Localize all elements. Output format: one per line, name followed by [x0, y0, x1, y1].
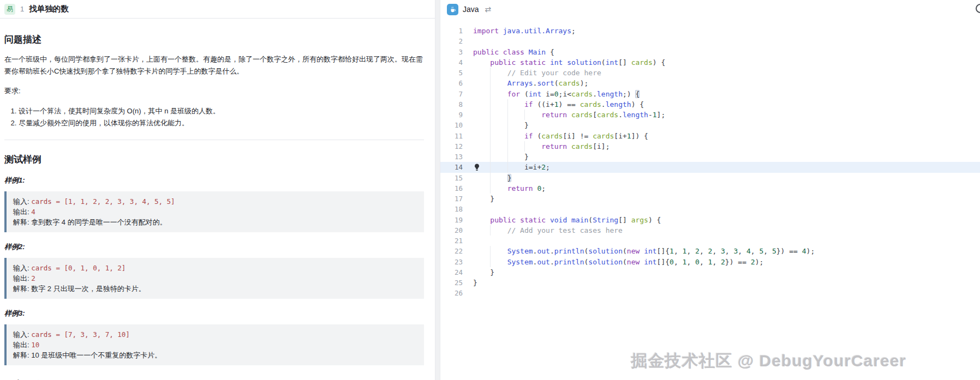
code-token: }	[473, 153, 529, 161]
code-token: 2	[695, 247, 700, 255]
code-token: ,	[712, 258, 721, 266]
code-token: .	[550, 258, 554, 266]
code-line[interactable]: 24 }	[440, 267, 980, 278]
code-token: length	[597, 90, 623, 98]
code-text[interactable]: // Add your test cases here	[463, 225, 623, 236]
code-line[interactable]: 17 }	[440, 194, 980, 204]
output-code: 4	[31, 208, 35, 216]
code-text[interactable]: // Edit your code here	[463, 68, 601, 78]
code-line[interactable]: 6 Arrays.sort(cards);	[440, 78, 980, 88]
indent-guide	[507, 120, 508, 130]
code-token: ,	[674, 258, 683, 266]
code-line[interactable]: 22 System.out.println(solution(new int[]…	[440, 246, 980, 256]
code-line[interactable]: 9 return cards[cards.length-1];	[440, 110, 980, 120]
code-line[interactable]: 23 System.out.println(solution(new int[]…	[440, 257, 980, 267]
code-token: solution	[588, 247, 623, 255]
code-line[interactable]: 7 for (int i=0;i<cards.length;) {	[440, 89, 980, 99]
code-line[interactable]: 12 return cards[i];	[440, 141, 980, 152]
indent-guide	[490, 141, 491, 152]
code-text[interactable]: import java.util.Arrays;	[463, 26, 576, 36]
code-line[interactable]: 15 }	[440, 173, 980, 183]
code-text[interactable]: Arrays.sort(cards);	[463, 78, 588, 88]
code-text[interactable]: return cards[cards.length-1];	[463, 110, 665, 120]
code-text[interactable]: for (int i=0;i<cards.length;) {	[463, 89, 640, 99]
code-text[interactable]: System.out.println(solution(new int[]{1,…	[463, 246, 815, 256]
code-text[interactable]: }	[463, 120, 529, 130]
code-token: println	[554, 258, 584, 266]
problem-content: 问题描述 在一个班级中，每位同学都拿到了一张卡片，上面有一个整数。有趣的是，除了…	[0, 19, 435, 380]
indent-guide	[524, 141, 525, 152]
code-token: cards	[571, 90, 593, 98]
code-line[interactable]: 14 i=i+2;	[440, 162, 980, 172]
code-text[interactable]: public class Main {	[463, 47, 554, 57]
code-token: .	[618, 111, 623, 119]
code-token: ;i<	[559, 90, 571, 98]
line-number: 8	[440, 99, 463, 110]
code-token: cards	[631, 58, 653, 67]
code-text[interactable]: public static int solution(int[] cards) …	[463, 57, 665, 68]
code-token: 0	[695, 258, 700, 266]
problem-index: 1	[20, 5, 24, 13]
code-text[interactable]: public static void main(String[] args) {	[463, 215, 661, 225]
line-number: 6	[440, 78, 463, 88]
code-token	[567, 111, 571, 119]
code-line[interactable]: 10 }	[440, 120, 980, 130]
code-lines-container[interactable]: 1import java.util.Arrays;23public class …	[440, 26, 980, 299]
code-token: 1	[554, 100, 559, 108]
indent-guide	[490, 152, 491, 162]
line-number: 3	[440, 47, 463, 57]
indent-guide	[490, 257, 491, 267]
code-text[interactable]: System.out.println(solution(new int[]{0,…	[463, 257, 763, 267]
output-code: 2	[31, 274, 35, 282]
code-token: new	[627, 258, 640, 266]
requirements-list: 设计一个算法，使其时间复杂度为 O(n)，其中 n 是班级的人数。 尽量减少额外…	[4, 106, 424, 129]
sample-1-label: 样例1:	[4, 176, 424, 185]
line-number: 11	[440, 131, 463, 141]
code-text[interactable]: }	[463, 194, 494, 204]
code-line[interactable]: 8 if ((i+1) == cards.length) {	[440, 99, 980, 110]
code-text[interactable]: }	[463, 267, 494, 278]
code-editor[interactable]: 1import java.util.Arrays;23public class …	[440, 19, 980, 299]
code-line[interactable]: 20 // Add your test cases here	[440, 225, 980, 236]
code-token: return	[507, 184, 533, 192]
line-number: 13	[440, 152, 463, 162]
code-text[interactable]: return cards[i];	[463, 141, 609, 152]
code-text[interactable]: }	[463, 278, 477, 288]
code-token: [i] !=	[563, 132, 593, 140]
code-token	[516, 58, 520, 67]
panel-resizer[interactable]	[435, 0, 440, 380]
code-line[interactable]: 19 public static void main(String[] args…	[440, 215, 980, 225]
code-token: ;	[541, 184, 546, 192]
code-line[interactable]: 5 // Edit your code here	[440, 68, 980, 78]
code-token: ) ==	[559, 100, 580, 108]
code-token	[524, 48, 529, 56]
language-selector[interactable]: Java	[447, 4, 479, 15]
input-code: cards = [7, 3, 3, 7, 10]	[31, 330, 130, 339]
code-line[interactable]: 2	[440, 36, 980, 46]
code-line[interactable]: 16 return 0;	[440, 183, 980, 194]
code-line[interactable]: 21	[440, 236, 980, 246]
code-token: (	[588, 216, 593, 224]
code-token: );	[580, 79, 589, 87]
line-number: 2	[440, 36, 463, 46]
editor-header: Java ⇄	[440, 0, 980, 19]
code-line[interactable]: 3public class Main {	[440, 47, 980, 57]
code-line[interactable]: 18	[440, 204, 980, 214]
difficulty-badge: 易	[4, 4, 15, 15]
indent-guide	[490, 110, 491, 120]
code-line[interactable]: 4 public static int solution(int[] cards…	[440, 57, 980, 68]
output-label: 输出:	[13, 208, 29, 216]
code-text[interactable]: }	[463, 173, 511, 183]
code-text[interactable]: }	[463, 152, 529, 162]
code-line[interactable]: 25}	[440, 278, 980, 288]
code-token	[473, 58, 490, 67]
code-line[interactable]: 1import java.util.Arrays;	[440, 26, 980, 36]
code-line[interactable]: 11 if (cards[i] != cards[i+1]) {	[440, 131, 980, 141]
indent-guide	[507, 162, 508, 172]
code-token: if	[524, 132, 533, 140]
swap-language-icon[interactable]: ⇄	[485, 5, 492, 14]
code-text[interactable]: return 0;	[463, 183, 546, 194]
code-line[interactable]: 26	[440, 288, 980, 298]
code-line[interactable]: 13 }	[440, 152, 980, 162]
corner-circle-icon-partial[interactable]	[976, 4, 980, 13]
